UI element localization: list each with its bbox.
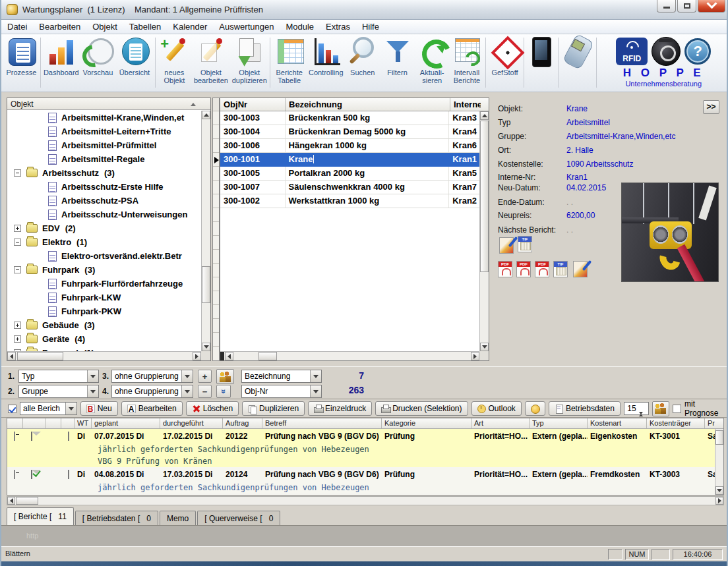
object-row[interactable]: 300-1003 Brückenkran 500 kg Kran3 (220, 111, 479, 125)
toolbar-gefstoff[interactable]: GefStoff (487, 36, 522, 76)
tree-item[interactable]: Fuhrpark-PKW (7, 304, 201, 318)
report-row-block[interactable]: Di 04.08.2015 Di 17.03.2015 Di 20124 Prü… (7, 467, 723, 494)
toolbar-filtern[interactable]: Filtern (380, 36, 415, 76)
record-selector[interactable] (213, 194, 219, 208)
toolbar-intervall-berichte[interactable]: Intervall Berichte (450, 36, 485, 84)
tree-item[interactable]: Arbeitsmittel-Leitern+Tritte (7, 125, 201, 138)
tree-item[interactable]: Elektro(1) (7, 235, 201, 249)
menu-auswertungen[interactable]: Auswertungen (213, 20, 280, 34)
object-table-horizontal-scrollbar[interactable] (220, 351, 479, 360)
pdf-document-icon[interactable]: PDF (535, 261, 549, 277)
tab-memo[interactable]: Memo (160, 511, 196, 525)
column-header-objnr[interactable]: ObjNr (220, 98, 286, 111)
tab-berichte[interactable]: [ Berichte [11 (7, 507, 74, 525)
scroll-thumb[interactable] (715, 430, 723, 445)
scroll-left-icon[interactable] (225, 352, 233, 360)
report-filter-combo[interactable]: alle Berich (20, 402, 77, 415)
object-row-selected[interactable]: 300-1001 Krane Kran1 (220, 153, 479, 167)
collapse-toggle-icon[interactable] (14, 169, 21, 177)
tree-item[interactable]: Fuhrpark(3) (7, 263, 201, 277)
column-header-geplant[interactable]: geplant (92, 418, 160, 428)
report-table-vertical-scrollbar[interactable] (715, 429, 723, 495)
column-header-kostenart[interactable]: Kostenart (588, 418, 647, 428)
tree-item[interactable]: Arbeitsschutz(3) (7, 166, 201, 180)
chevron-down-icon[interactable] (181, 370, 193, 382)
grouping-combo-4[interactable]: ohne Gruppierung (111, 385, 193, 398)
column-header-durchgefuehrt[interactable]: durchgeführt (160, 418, 223, 428)
record-selector[interactable] (213, 167, 219, 181)
users-button[interactable] (216, 369, 234, 384)
column-header-intern[interactable]: Interne (450, 98, 481, 111)
toolbar-objekt-bearbeiten[interactable]: Objekt bearbeiten (192, 36, 230, 84)
menu-hilfe[interactable]: Hilfe (356, 20, 385, 34)
print-selection-button[interactable]: Drucken (Selektion) (375, 401, 468, 416)
collapse-row-icon[interactable] (14, 432, 15, 441)
scroll-up-icon[interactable] (480, 111, 489, 120)
chevron-down-icon[interactable] (310, 385, 321, 397)
scroll-right-icon[interactable] (193, 352, 201, 360)
scroll-thumb[interactable] (17, 352, 63, 360)
expand-toggle-icon[interactable] (14, 225, 21, 232)
add-grouping-button[interactable]: + (198, 370, 212, 383)
object-row[interactable]: 300-1006 Hängekran 1000 kg Kran6 (220, 139, 479, 153)
toolbar-neues-objekt[interactable]: neues Objekt (157, 36, 192, 84)
scroll-thumb[interactable] (220, 352, 224, 360)
toolbar-smartphone[interactable] (526, 36, 557, 67)
chevron-down-icon[interactable] (181, 385, 193, 397)
tree-vertical-scrollbar[interactable] (201, 111, 210, 351)
toolbar-dashboard[interactable]: Dashboard (42, 36, 80, 76)
tree-item[interactable]: Arbeitsschutz-Erste Hilfe (7, 180, 201, 194)
outlook-button[interactable]: Outlook (471, 401, 522, 416)
tab-querverweise[interactable]: [ Querverweise [0 (197, 511, 280, 525)
toolbar-objekt-duplizieren[interactable]: Objekt duplizieren (230, 36, 268, 84)
tree-horizontal-scrollbar[interactable] (7, 351, 201, 360)
toolbar-aktualisieren[interactable]: Aktuali­sieren (415, 36, 450, 84)
object-row[interactable]: 300-1005 Portalkran 2000 kg Kran5 (220, 167, 479, 181)
object-row[interactable]: 300-1007 Säulenschwenkkran 4000 kg Kran7 (220, 181, 479, 194)
sort-combo-2[interactable]: Obj-Nr (241, 385, 322, 398)
pdf-document-icon[interactable]: PDF (516, 261, 531, 277)
delete-report-button[interactable]: Löschen (186, 401, 239, 416)
betriebsdaten-button[interactable]: Betriebsdaten (549, 401, 621, 416)
chevron-down-icon[interactable] (87, 385, 98, 397)
toolbar-suchen[interactable]: Suchen (345, 36, 380, 76)
tree-item[interactable]: Personal(1) (7, 346, 201, 351)
new-report-button[interactable]: Neu (80, 401, 118, 416)
scroll-left-icon[interactable] (7, 497, 15, 505)
tree-item[interactable]: Gebäude(3) (7, 318, 201, 332)
tif-document-icon[interactable]: TIF (553, 261, 568, 277)
menu-bearbeiten[interactable]: Bearbeiten (33, 20, 86, 34)
toolbar-handheld[interactable] (560, 36, 595, 67)
help-icon[interactable] (684, 38, 711, 65)
collapse-all-button[interactable]: » (216, 385, 231, 398)
rfid-icon[interactable]: RFID (616, 38, 648, 65)
close-button[interactable] (698, 0, 725, 13)
object-row[interactable]: 300-1002 Werkstattkran 1000 kg Kran2 (220, 194, 479, 208)
tree-item[interactable]: Fuhrpark-LKW (7, 291, 201, 304)
smiley-button[interactable] (525, 401, 545, 416)
sort-combo-1[interactable]: Bezeichnung (241, 370, 322, 383)
maximize-button[interactable] (677, 0, 696, 13)
menu-objekt[interactable]: Objekt (86, 20, 123, 34)
report-table-horizontal-scrollbar[interactable] (7, 496, 724, 505)
prognose-checkbox[interactable] (673, 405, 681, 413)
chevron-down-icon[interactable] (310, 370, 321, 382)
scroll-down-icon[interactable] (715, 486, 723, 495)
tree-header[interactable]: Objekt (7, 98, 210, 110)
column-header-art[interactable]: Art (471, 418, 530, 428)
tree-item[interactable]: EDV(2) (7, 221, 201, 235)
scroll-right-icon[interactable] (715, 497, 723, 505)
minimize-button[interactable] (657, 0, 676, 13)
chevron-down-icon[interactable] (87, 370, 98, 382)
tree-item[interactable]: Arbeitsmittel-Prüfmittel (7, 138, 201, 152)
menu-datei[interactable]: Datei (1, 20, 33, 34)
scroll-right-icon[interactable] (471, 352, 479, 360)
image-edit-icon[interactable] (573, 261, 588, 277)
scroll-grip[interactable] (258, 352, 277, 360)
camera-icon[interactable] (652, 37, 681, 66)
report-row-block[interactable]: Di 07.07.2015 Di 17.02.2015 Di 20122 Prü… (7, 429, 723, 467)
column-header-typ[interactable]: Typ (530, 418, 588, 428)
image-edit-icon[interactable] (499, 237, 514, 254)
toolbar-uebersicht[interactable]: Übersicht (115, 36, 154, 76)
scroll-thumb[interactable] (16, 497, 38, 505)
